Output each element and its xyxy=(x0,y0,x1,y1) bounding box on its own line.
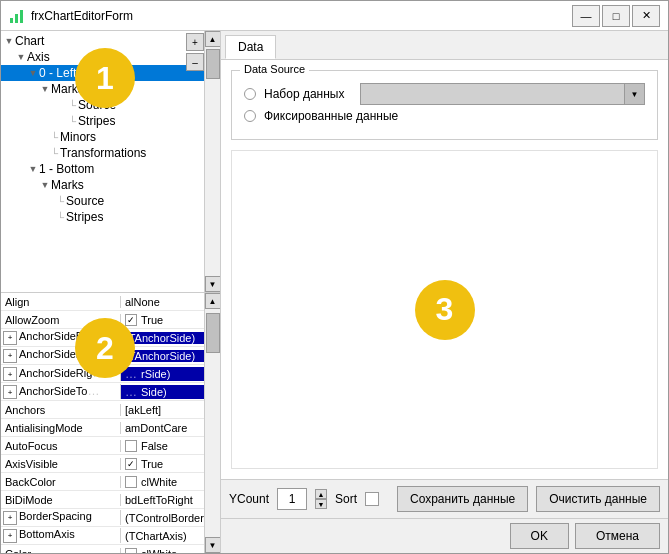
close-button[interactable]: ✕ xyxy=(632,5,660,27)
prop-name-backcolor: BackColor xyxy=(1,476,121,488)
tab-bar: Data xyxy=(221,31,668,60)
tree-label-marks: Marks xyxy=(51,82,84,96)
tree-item-transformations[interactable]: · └ Transformations xyxy=(1,145,204,161)
tree-expand-0-left[interactable]: ▼ xyxy=(27,67,39,79)
tree-section: ▼ Chart ▼ Axis ▼ 0 - Left ▼ xyxy=(1,31,220,293)
prop-row-axisvisible: AxisVisible True xyxy=(1,455,204,473)
sort-checkbox[interactable] xyxy=(365,492,379,506)
prop-value-color: clWhite xyxy=(121,548,204,554)
prop-name-allowzoom: AllowZoom xyxy=(1,314,121,326)
tree-item-chart[interactable]: ▼ Chart xyxy=(1,33,204,49)
tree-item-0-left[interactable]: ▼ 0 - Left xyxy=(1,65,204,81)
radio-dataset[interactable] xyxy=(244,88,256,100)
prop-name-bottomaxis: +BottomAxis xyxy=(1,528,121,543)
autofocus-checkbox[interactable] xyxy=(125,440,137,452)
borderspacing-expand[interactable]: + xyxy=(3,511,17,525)
tree-item-1-bottom[interactable]: ▼ 1 - Bottom xyxy=(1,161,204,177)
tree-item-marks2[interactable]: ▼ Marks xyxy=(1,177,204,193)
prop-name-axisvisible: AxisVisible xyxy=(1,458,121,470)
cancel-button[interactable]: Отмена xyxy=(575,523,660,549)
tree-scroll-down[interactable]: ▼ xyxy=(205,276,221,292)
ycount-down[interactable]: ▼ xyxy=(315,499,327,509)
prop-name-anchors: Anchors xyxy=(1,404,121,416)
props-scroll-up[interactable]: ▲ xyxy=(205,293,221,309)
maximize-button[interactable]: □ xyxy=(602,5,630,27)
prop-row-align: Align alNone xyxy=(1,293,204,311)
tree-expand-axis[interactable]: ▼ xyxy=(15,51,27,63)
tree-label-source1: Source xyxy=(78,98,116,112)
clear-data-button[interactable]: Очистить данные xyxy=(536,486,660,512)
tree-expand-chart[interactable]: ▼ xyxy=(3,35,15,47)
radio-fixed[interactable] xyxy=(244,110,256,122)
prop-value-axisvisible: True xyxy=(121,458,204,470)
radio-row-fixed: Фиксированные данные xyxy=(244,109,645,123)
prop-row-bottomaxis: +BottomAxis (TChartAxis) xyxy=(1,527,204,545)
tree-scroll-thumb[interactable] xyxy=(206,49,220,79)
prop-row-anchorsidebottom: +AnchorSideBottom (TAnchorSide) xyxy=(1,329,204,347)
svg-rect-1 xyxy=(15,14,18,23)
dataset-dropdown[interactable]: ▼ xyxy=(360,83,645,105)
title-buttons: — □ ✕ xyxy=(572,5,660,27)
tab-data[interactable]: Data xyxy=(225,35,276,59)
allowzoom-checkbox[interactable] xyxy=(125,314,137,326)
tree-label-1-bottom: 1 - Bottom xyxy=(39,162,94,176)
prop-row-bidimode: BiDiMode bdLeftToRight xyxy=(1,491,204,509)
tree-item-marks[interactable]: ▼ Marks xyxy=(1,81,204,97)
prop-name-anchorsidetop: +AnchorSideTo… xyxy=(1,384,121,400)
tree-spacer-stripes1: · xyxy=(57,115,69,127)
anchorsideleft-expand[interactable]: + xyxy=(3,349,17,363)
prop-row-anchorsidetop: +AnchorSideTo… …Side) xyxy=(1,383,204,401)
axisvisible-checkbox[interactable] xyxy=(125,458,137,470)
right-panel: Data Data Source Набор данных ▼ xyxy=(221,31,668,553)
bottomaxis-expand[interactable]: + xyxy=(3,529,17,543)
tree-item-stripes1[interactable]: · └ Stripes xyxy=(1,113,204,129)
data-panel: Data Source Набор данных ▼ Фиксированные… xyxy=(221,60,668,479)
prop-value-anchorsidebottom: (TAnchorSide) xyxy=(121,332,204,344)
tree-scroll-up[interactable]: ▲ xyxy=(205,31,221,47)
prop-value-align: alNone xyxy=(121,296,204,308)
tree-container: ▼ Chart ▼ Axis ▼ 0 - Left ▼ xyxy=(1,31,204,292)
prop-value-anchors: [akLeft] xyxy=(121,404,204,416)
tree-item-axis[interactable]: ▼ Axis xyxy=(1,49,204,65)
sort-label: Sort xyxy=(335,492,357,506)
radio-fixed-label: Фиксированные данные xyxy=(264,109,398,123)
anchorsidebottom-expand[interactable]: + xyxy=(3,331,17,345)
ycount-up[interactable]: ▲ xyxy=(315,489,327,499)
tree-expand-1-bottom[interactable]: ▼ xyxy=(27,163,39,175)
main-content: ▼ Chart ▼ Axis ▼ 0 - Left ▼ xyxy=(1,31,668,553)
tree-item-source2[interactable]: └ Source xyxy=(1,193,204,209)
minimize-button[interactable]: — xyxy=(572,5,600,27)
prop-row-autofocus: AutoFocus False xyxy=(1,437,204,455)
dropdown-arrow-icon[interactable]: ▼ xyxy=(624,84,644,104)
data-source-group: Data Source Набор данных ▼ Фиксированные… xyxy=(231,70,658,140)
ycount-input[interactable] xyxy=(277,488,307,510)
ok-button[interactable]: OK xyxy=(510,523,569,549)
badge-3: 3 xyxy=(415,280,475,340)
prop-name-anchorsideleft: +AnchorSideLeft xyxy=(1,348,121,363)
bottom-bar: YCount ▲ ▼ Sort Сохранить данные Очистит… xyxy=(221,479,668,518)
prop-row-color: Color clWhite xyxy=(1,545,204,553)
prop-value-borderspacing: (TControlBorderSp xyxy=(121,512,204,524)
tree-item-source1[interactable]: · └ Source xyxy=(1,97,204,113)
anchorsidetop-expand[interactable]: + xyxy=(3,385,17,399)
tree-spacer-minors: · xyxy=(39,131,51,143)
tree-expand-marks2[interactable]: ▼ xyxy=(39,179,51,191)
prop-row-allowzoom: AllowZoom True xyxy=(1,311,204,329)
color-swatch xyxy=(125,548,137,554)
tree-item-minors[interactable]: · └ Minors xyxy=(1,129,204,145)
prop-value-anchorsideright: …rSide) xyxy=(121,367,204,381)
tree-item-stripes2[interactable]: └ Stripes xyxy=(1,209,204,225)
prop-name-bidimode: BiDiMode xyxy=(1,494,121,506)
title-text: frxChartEditorForm xyxy=(31,9,572,23)
tree-expand-marks[interactable]: ▼ xyxy=(39,83,51,95)
props-scroll-down[interactable]: ▼ xyxy=(205,537,221,553)
props-scroll-thumb[interactable] xyxy=(206,313,220,353)
remove-item-button[interactable]: – xyxy=(186,53,204,71)
ok-cancel-bar: OK Отмена xyxy=(221,518,668,553)
prop-value-antialising: amDontCare xyxy=(121,422,204,434)
tree-label-stripes2: Stripes xyxy=(66,210,103,224)
add-item-button[interactable]: + xyxy=(186,33,204,51)
save-data-button[interactable]: Сохранить данные xyxy=(397,486,528,512)
anchorsideright-expand[interactable]: + xyxy=(3,367,17,381)
prop-value-bidimode: bdLeftToRight xyxy=(121,494,204,506)
